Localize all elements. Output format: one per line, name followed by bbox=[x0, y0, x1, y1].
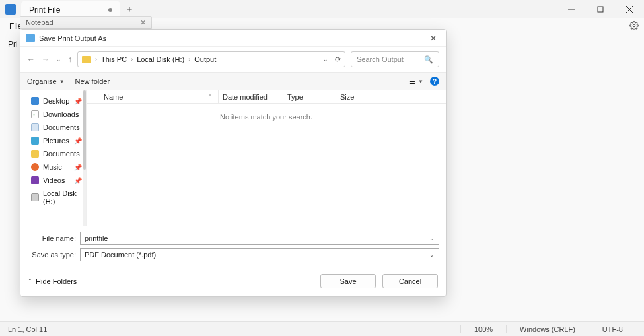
cursor-position: Ln 1, Col 11 bbox=[8, 325, 47, 333]
chevron-right-icon: › bbox=[188, 56, 190, 63]
chevron-right-icon: › bbox=[131, 56, 133, 63]
refresh-icon[interactable]: ⟳ bbox=[335, 55, 341, 64]
column-size[interactable]: Size bbox=[336, 90, 369, 103]
nav-item-local-disk[interactable]: Local Disk (H:) bbox=[20, 187, 86, 208]
search-input[interactable]: Search Output 🔍 bbox=[351, 51, 439, 67]
nav-item-videos[interactable]: Videos📌 bbox=[20, 174, 86, 187]
pin-icon[interactable]: 📌 bbox=[74, 164, 82, 171]
minimize-button[interactable] bbox=[557, 0, 586, 18]
nav-label: Documents bbox=[43, 150, 80, 158]
disk-icon bbox=[31, 193, 39, 201]
breadcrumb-dropdown-icon[interactable]: ⌄ bbox=[323, 56, 328, 63]
maximize-button[interactable] bbox=[586, 0, 615, 18]
modified-indicator-icon bbox=[108, 8, 112, 12]
chevron-right-icon: › bbox=[95, 56, 97, 63]
column-label: Name bbox=[104, 93, 123, 101]
close-button[interactable] bbox=[615, 0, 644, 18]
chevron-down-icon[interactable]: ⌄ bbox=[56, 56, 61, 63]
column-name[interactable]: Name˄ bbox=[100, 90, 219, 103]
column-headers: Name˄ Date modified Type Size bbox=[87, 90, 446, 104]
filename-label: File name: bbox=[27, 234, 80, 242]
crumb-this-pc[interactable]: This PC bbox=[101, 55, 127, 63]
dialog-footer: ˄ Hide Folders Save Cancel bbox=[20, 267, 446, 296]
scrollbar-thumb[interactable] bbox=[83, 90, 86, 170]
save-button[interactable]: Save bbox=[320, 274, 376, 288]
dialog-titlebar: Save Print Output As ✕ bbox=[20, 30, 446, 47]
column-date[interactable]: Date modified bbox=[219, 90, 283, 103]
folder-icon bbox=[82, 56, 91, 63]
nav-item-documents[interactable]: Documents📌 bbox=[20, 121, 86, 134]
pictures-icon bbox=[31, 137, 39, 145]
nav-item-documents-2[interactable]: Documents📌 bbox=[20, 147, 86, 160]
pin-icon[interactable]: 📌 bbox=[74, 177, 82, 184]
dialog-icon bbox=[26, 34, 35, 42]
tab-title: Print File bbox=[29, 5, 60, 15]
search-placeholder: Search Output bbox=[357, 55, 404, 63]
music-icon bbox=[31, 163, 39, 171]
svg-point-4 bbox=[633, 24, 635, 27]
pin-icon[interactable]: 📌 bbox=[74, 98, 82, 105]
filename-value: printfile bbox=[85, 234, 108, 242]
crumb-folder[interactable]: Output bbox=[194, 55, 216, 63]
nav-label: Documents bbox=[43, 123, 80, 131]
encoding[interactable]: UTF-8 bbox=[589, 325, 636, 333]
sort-asc-icon: ˄ bbox=[209, 94, 211, 100]
zoom-level[interactable]: 100% bbox=[460, 325, 506, 333]
window-controls bbox=[557, 0, 644, 18]
help-icon[interactable]: ? bbox=[430, 77, 439, 86]
cancel-button[interactable]: Cancel bbox=[382, 274, 438, 288]
background-tab-title: Notepad bbox=[26, 18, 54, 26]
dialog-fields: File name: printfile⌄ Save as type: PDF … bbox=[20, 226, 446, 267]
line-ending[interactable]: Windows (CRLF) bbox=[506, 325, 589, 333]
nav-label: Music bbox=[43, 163, 62, 171]
view-options-button[interactable]: ☰ ▼ bbox=[409, 77, 423, 86]
background-window-tab[interactable]: Notepad ✕ bbox=[20, 16, 152, 29]
saveas-type-select[interactable]: PDF Document (*.pdf)⌄ bbox=[80, 248, 439, 261]
chevron-up-icon: ˄ bbox=[28, 278, 32, 285]
saveas-label: Save as type: bbox=[27, 251, 80, 259]
caret-down-icon: ▼ bbox=[59, 79, 65, 84]
nav-label: Videos bbox=[43, 176, 65, 184]
nav-back-icon[interactable]: ← bbox=[27, 55, 35, 64]
nav-scrollbar[interactable] bbox=[83, 90, 86, 226]
dialog-nav-row: ← → ⌄ ↑ › This PC › Local Disk (H:) › Ou… bbox=[20, 47, 446, 72]
close-icon[interactable]: ✕ bbox=[140, 18, 146, 27]
settings-gear-icon[interactable] bbox=[629, 21, 639, 32]
dropdown-icon[interactable]: ⌄ bbox=[429, 252, 435, 258]
nav-item-desktop[interactable]: Desktop📌 bbox=[20, 94, 86, 108]
search-icon: 🔍 bbox=[424, 55, 433, 64]
nav-label: Downloads bbox=[43, 110, 79, 118]
new-folder-button[interactable]: New folder bbox=[75, 77, 110, 85]
nav-item-pictures[interactable]: Pictures📌 bbox=[20, 134, 86, 147]
navigation-pane: Desktop📌 Downloads📌 Documents📌 Pictures📌… bbox=[20, 90, 87, 226]
downloads-icon bbox=[31, 110, 39, 118]
column-type[interactable]: Type bbox=[283, 90, 336, 103]
dialog-toolbar: Organise ▼ New folder ☰ ▼ ? bbox=[20, 72, 446, 90]
file-list: Name˄ Date modified Type Size No items m… bbox=[87, 90, 446, 226]
filename-input[interactable]: printfile⌄ bbox=[80, 232, 439, 245]
statusbar: Ln 1, Col 11 100% Windows (CRLF) UTF-8 bbox=[0, 321, 644, 336]
desktop-icon bbox=[31, 97, 39, 105]
saveas-value: PDF Document (*.pdf) bbox=[85, 251, 156, 259]
svg-rect-1 bbox=[598, 7, 603, 12]
folder-icon bbox=[31, 150, 39, 158]
app-icon bbox=[5, 4, 16, 15]
nav-up-icon[interactable]: ↑ bbox=[68, 55, 72, 64]
nav-item-music[interactable]: Music📌 bbox=[20, 160, 86, 174]
nav-label: Local Disk (H:) bbox=[43, 189, 82, 205]
hide-folders-toggle[interactable]: ˄ Hide Folders bbox=[28, 277, 77, 285]
nav-label: Pictures bbox=[43, 137, 69, 145]
videos-icon bbox=[31, 176, 39, 184]
dropdown-icon[interactable]: ⌄ bbox=[429, 235, 435, 242]
nav-item-downloads[interactable]: Downloads📌 bbox=[20, 108, 86, 121]
dialog-close-button[interactable]: ✕ bbox=[426, 32, 441, 44]
hide-folders-label: Hide Folders bbox=[36, 277, 77, 285]
pin-icon[interactable]: 📌 bbox=[74, 137, 82, 145]
save-dialog: Save Print Output As ✕ ← → ⌄ ↑ › This PC… bbox=[20, 29, 447, 297]
crumb-drive[interactable]: Local Disk (H:) bbox=[137, 55, 184, 63]
dialog-title: Save Print Output As bbox=[39, 34, 106, 42]
breadcrumb[interactable]: › This PC › Local Disk (H:) › Output ⌄ ⟳ bbox=[77, 51, 345, 67]
empty-message: No items match your search. bbox=[87, 104, 446, 121]
organise-button[interactable]: Organise ▼ bbox=[27, 77, 65, 85]
nav-forward-icon[interactable]: → bbox=[42, 55, 50, 64]
